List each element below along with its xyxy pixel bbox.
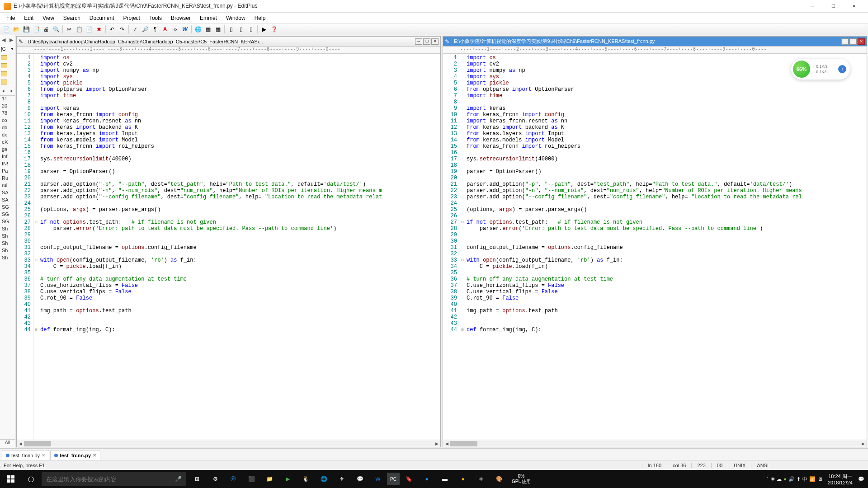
file-tab-active[interactable]: test_frcnn.py✕ [50,450,100,460]
app-icon-2[interactable]: ⬛ [242,470,260,488]
editor-left[interactable]: 1234567891011121314151617181920212223242… [17,54,440,440]
menu-window[interactable]: Window [222,13,250,23]
sidebar-item[interactable]: Sh [0,226,15,233]
panel-2-icon[interactable]: ▯ [236,25,245,34]
task-view-icon[interactable]: ⊞ [188,470,206,488]
app-icon-9[interactable]: 🎨 [490,470,508,488]
save-all-icon[interactable]: 📑 [32,25,41,34]
help-icon[interactable]: ❓ [269,25,278,34]
hscroll-right[interactable]: ◀▶ [443,440,867,447]
app-icon-5[interactable]: 🔖 [400,470,418,488]
tray-volume-icon[interactable]: 🔊 [788,476,795,482]
run-icon[interactable]: ▶ [259,25,269,34]
tray-icon[interactable]: 🖥 [817,476,822,482]
chrome-icon[interactable]: 🌐 [315,470,333,488]
save-icon[interactable]: 💾 [22,25,31,34]
sidebar-folder[interactable] [0,61,15,70]
menu-document[interactable]: Document [85,13,119,23]
menu-search[interactable]: Search [59,13,85,23]
editor-right[interactable]: 1234567891011121314151617181920212223242… [443,54,867,440]
paste-icon[interactable]: 📄 [85,25,94,34]
delete-icon[interactable]: ✖ [94,25,104,34]
mic-icon[interactable]: 🎤 [175,476,182,482]
sidebar-folder[interactable] [0,53,15,61]
sidebar-nav2[interactable]: <> [0,86,15,96]
memory-ball[interactable]: 66% [793,61,810,78]
app-icon-1[interactable]: ⚙ [206,470,224,488]
preview-icon[interactable]: 🔍 [52,25,61,34]
toggle-2-icon[interactable]: ▦ [213,25,222,34]
panel-1-icon[interactable]: ▯ [226,25,236,34]
menu-view[interactable]: View [38,13,59,23]
sidebar-folder[interactable] [0,70,15,78]
file-tab[interactable]: test_frcnn.py✕ [2,450,49,460]
edge-icon[interactable]: ⓔ [224,470,242,488]
cortana-icon[interactable]: ◯ [22,470,40,488]
tray-ime-icon[interactable]: 中 [802,476,807,483]
sidebar-nav[interactable]: ◀▶ [0,35,15,45]
pycharm-icon[interactable]: PC [387,473,400,485]
pane-minimize-icon[interactable]: ─ [841,38,849,45]
system-tray[interactable]: ˄ ❋ ☁ ● 🔊 ⬆ 中 📶 🖥 18:24 周一2018/12/24 💬 [766,473,868,485]
menu-edit[interactable]: Edit [19,13,38,23]
pane-close-icon[interactable]: ✕ [858,38,865,45]
hscroll-left[interactable]: ◀▶ [17,440,440,447]
app-icon-7[interactable]: ● [454,470,472,488]
sidebar-item[interactable]: ga [0,146,15,154]
notifications-icon[interactable]: 💬 [858,476,864,482]
tray-icon[interactable]: 📶 [809,476,816,482]
sidebar-item[interactable]: Sh [0,240,15,248]
hex-icon[interactable]: Hx [170,25,179,34]
close-tab-icon[interactable]: ✕ [93,453,96,458]
sidebar-item[interactable]: rui [0,183,15,190]
spell-icon[interactable]: ✓ [131,25,140,34]
sidebar-item[interactable]: eX [0,139,15,146]
search-input[interactable] [46,476,175,483]
tray-icon[interactable]: ❋ [771,476,775,482]
toggle-1-icon[interactable]: ▦ [203,25,212,34]
sidebar-item[interactable]: SA [0,197,15,204]
cut-icon[interactable]: ✂ [65,25,74,34]
sidebar-all-tab[interactable]: All [0,439,15,448]
sidebar-item[interactable]: dx [0,132,15,139]
print-icon[interactable]: 🖨 [42,25,51,34]
close-button[interactable]: ✕ [844,0,864,13]
tray-up-icon[interactable]: ˄ [766,476,769,482]
pane-minimize-icon[interactable]: ─ [415,38,422,45]
menu-browser[interactable]: Browser [166,13,195,23]
minimize-button[interactable]: ─ [802,0,823,13]
sidebar-item[interactable]: Sh [0,255,15,262]
sidebar-item[interactable]: SG [0,204,15,211]
menu-emmet[interactable]: Emmet [195,13,222,23]
taskbar-search[interactable]: 🎤 [42,472,186,486]
find-icon[interactable]: 🔎 [141,25,150,34]
sidebar-item[interactable]: Sh [0,233,15,240]
pane-left-tab[interactable]: ✎ D:\test\pycv\chinahadoop\ChinaHadoop_C… [17,37,440,47]
taskbar-clock[interactable]: 18:24 周一2018/12/24 [824,473,856,485]
pane-maximize-icon[interactable]: ☐ [849,38,857,45]
terminal-icon[interactable]: ▬ [436,470,454,488]
sidebar-folder[interactable] [0,78,15,86]
pane-close-icon[interactable]: ✕ [431,38,439,45]
pane-right-tab[interactable]: ✎ E:\小象学院\计算机视觉的深度学习实践\第9课代码\Ch9\FasterR… [443,37,867,47]
maximize-button[interactable]: ☐ [823,0,844,13]
panel-3-icon[interactable]: ▯ [246,25,255,34]
sidebar-item[interactable]: SA [0,190,15,197]
browser-icon[interactable]: 🌐 [193,25,203,34]
app-icon-3[interactable]: 🐧 [297,470,315,488]
text-format-icon[interactable]: A [160,25,170,34]
menu-file[interactable]: File [2,13,19,23]
wps-icon[interactable]: W [369,470,387,488]
close-tab-icon[interactable]: ✕ [42,453,45,458]
float-widget[interactable]: 66% ↑ 0.1K/s ↓ 0.1K/s + [791,59,850,80]
sidebar-item[interactable]: SG [0,219,15,226]
sidebar-item[interactable]: Inf [0,154,15,161]
sidebar-item[interactable]: 78 [0,110,15,117]
redo-icon[interactable]: ↷ [118,25,127,34]
sidebar-item[interactable]: 20 [0,103,15,110]
sidebar-item[interactable]: IN! [0,161,15,168]
sidebar-drive[interactable]: [G▼ [0,45,15,53]
open-file-icon[interactable]: 📂 [12,25,21,34]
tray-icon[interactable]: ☁ [777,476,782,482]
new-file-icon[interactable]: 📄 [2,25,11,34]
